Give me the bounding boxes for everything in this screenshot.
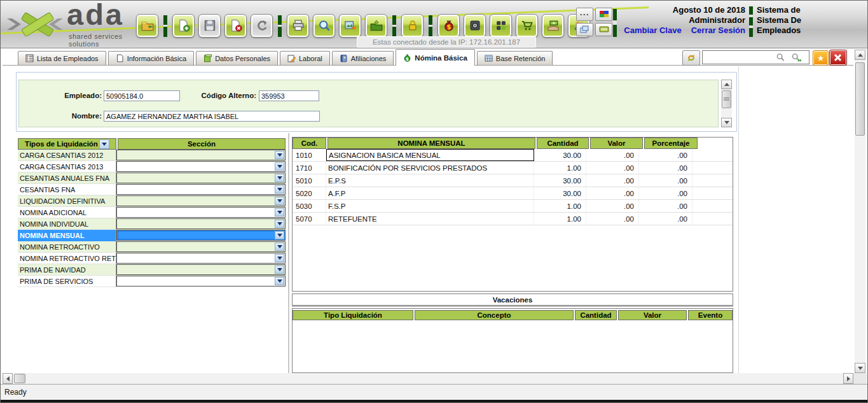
chevron-down-icon[interactable]: [275, 277, 284, 285]
seccion-combobox[interactable]: [116, 195, 286, 206]
concepto-header[interactable]: NOMINA MENSUAL: [327, 138, 535, 149]
concepto-cell[interactable]: ASIGNACION BASICA MENSUAL: [326, 149, 534, 161]
concepto-cell[interactable]: F.S.P: [326, 200, 534, 212]
chevron-down-icon[interactable]: [275, 265, 284, 274]
scrollbar-thumb[interactable]: [722, 90, 731, 108]
scrollbar-thumb[interactable]: [855, 62, 865, 136]
valor-header[interactable]: Valor: [590, 138, 643, 149]
delete-button[interactable]: [224, 14, 247, 38]
theme-button[interactable]: [595, 8, 612, 21]
liquidacion-row[interactable]: LIQUIDACION DEFINITIVA: [18, 195, 286, 207]
cod-cell[interactable]: 5010: [293, 174, 326, 187]
cod-cell[interactable]: 5020: [293, 187, 326, 199]
valor-cell[interactable]: .00: [586, 213, 639, 225]
liquidacion-row[interactable]: PRIMA DE NAVIDAD: [18, 264, 286, 276]
header-filter-button[interactable]: [99, 139, 109, 149]
chevron-down-icon[interactable]: [275, 197, 284, 205]
chevron-down-icon[interactable]: [275, 254, 284, 262]
liquidacion-row[interactable]: NOMINA MENSUAL: [18, 230, 286, 241]
liquidacion-row[interactable]: CARGA CESANTIAS 2013: [18, 161, 286, 173]
cantidad-cell[interactable]: 30.00: [534, 174, 586, 187]
porcentaje-cell[interactable]: .00: [639, 187, 692, 199]
cantidad-header[interactable]: Cantidad: [537, 138, 589, 149]
scroll-down-button[interactable]: [721, 118, 732, 127]
nomina-row[interactable]: 5010 E.P.S 30.00 .00 .00: [293, 174, 733, 187]
seccion-combobox[interactable]: [116, 150, 286, 160]
porcentaje-cell[interactable]: .00: [639, 162, 692, 174]
valor-cell[interactable]: .00: [586, 149, 639, 161]
tab-datos-personales[interactable]: Datos Personales: [196, 51, 278, 65]
windows-button[interactable]: [576, 23, 593, 36]
chevron-down-icon[interactable]: [275, 162, 284, 171]
scroll-up-button[interactable]: [855, 50, 865, 60]
concepto-cell[interactable]: BONIFICACIÓN POR SERVICIOS PRESTADOS: [326, 162, 534, 174]
seccion-combobox[interactable]: [116, 173, 286, 183]
tipo-liquidacion-cell[interactable]: PRIMA DE SERVICIOS: [18, 276, 116, 287]
refresh-button[interactable]: [682, 50, 700, 66]
porcentaje-cell[interactable]: .00: [639, 213, 692, 225]
tipo-liquidacion-cell[interactable]: NOMINA RETROACTIVO RETI: [18, 253, 116, 264]
cod-cell[interactable]: 5070: [293, 213, 326, 225]
chevron-down-icon[interactable]: [275, 208, 284, 216]
nomina-row[interactable]: 5030 F.S.P 1.00 .00 .00: [293, 200, 733, 213]
tipo-liquidacion-cell[interactable]: NOMINA MENSUAL: [18, 230, 116, 241]
chevron-down-icon[interactable]: [275, 174, 284, 182]
evento-header[interactable]: Evento: [688, 310, 733, 320]
concepto-cell[interactable]: RETEFUENTE: [326, 213, 534, 225]
chevron-down-icon[interactable]: [275, 231, 284, 239]
liquidacion-row[interactable]: NOMINA ADICIONAL: [18, 207, 286, 218]
porcentaje-cell[interactable]: .00: [639, 174, 692, 187]
seccion-combobox[interactable]: [116, 230, 286, 241]
seccion-combobox[interactable]: [116, 184, 286, 195]
tab-afiliaciones[interactable]: Afiliaciones: [332, 51, 394, 65]
chevron-down-icon[interactable]: [275, 151, 284, 159]
tab-lista-de-empleados[interactable]: Lista de Empleados: [18, 51, 106, 65]
chevron-down-icon[interactable]: [275, 243, 284, 251]
porcentaje-header[interactable]: Porcentaje: [644, 138, 698, 149]
tipo-liquidacion-cell[interactable]: NOMINA ADICIONAL: [18, 207, 116, 218]
scrollbar-thumb[interactable]: [14, 374, 25, 383]
tipo-liquidacion-cell[interactable]: PRIMA DE NAVIDAD: [18, 264, 116, 276]
search-input[interactable]: [704, 52, 783, 63]
cantidad-cell[interactable]: 1.00: [534, 213, 586, 225]
change-password-link[interactable]: Cambiar Clave: [624, 25, 681, 35]
seccion-combobox[interactable]: [116, 253, 286, 264]
tipo-liquidacion-header[interactable]: Tipo Liquidación: [293, 310, 413, 320]
main-vertical-scrollbar[interactable]: [855, 50, 865, 373]
seccion-combobox[interactable]: [116, 161, 286, 172]
nomina-row[interactable]: 5070 RETEFUENTE 1.00 .00 .00: [293, 213, 733, 225]
scroll-right-button[interactable]: [843, 373, 853, 384]
seccion-combobox[interactable]: [116, 207, 286, 218]
favorite-button[interactable]: ★: [813, 50, 829, 66]
cod-cell[interactable]: 1710: [293, 162, 326, 174]
nomina-row[interactable]: 1010 ASIGNACION BASICA MENSUAL 30.00 .00…: [293, 149, 733, 162]
cod-cell[interactable]: 1010: [293, 149, 326, 161]
valor-cell[interactable]: .00: [586, 174, 639, 187]
seccion-combobox[interactable]: [116, 218, 286, 229]
form-scrollbar[interactable]: [721, 80, 732, 127]
porcentaje-cell[interactable]: .00: [639, 200, 692, 212]
search-icon[interactable]: [776, 53, 786, 62]
chevron-down-icon[interactable]: [275, 185, 284, 194]
tipo-liquidacion-cell[interactable]: CARGA CESANTIAS 2013: [18, 161, 116, 173]
logout-link[interactable]: Cerrar Sesión: [691, 25, 745, 35]
cod-header[interactable]: Cod.: [293, 138, 326, 149]
concepto-cell[interactable]: E.P.S: [326, 174, 534, 187]
cantidad-cell[interactable]: 1.00: [534, 200, 586, 212]
new-button[interactable]: [172, 14, 195, 38]
print-button[interactable]: [287, 14, 309, 38]
valor-cell[interactable]: .00: [586, 187, 639, 199]
cod-cell[interactable]: 5030: [293, 200, 326, 212]
close-button[interactable]: [829, 50, 847, 66]
scroll-left-button[interactable]: [3, 373, 13, 384]
export-button[interactable]: [339, 14, 361, 38]
liquidacion-row[interactable]: NOMINA INDIVIDUAL: [18, 218, 286, 230]
cantidad-cell[interactable]: 30.00: [534, 149, 586, 161]
liquidacion-row[interactable]: CARGA CESANTIAS 2012: [18, 150, 286, 161]
open-button[interactable]: [136, 14, 158, 38]
import-button[interactable]: [365, 14, 387, 38]
liquidacion-row[interactable]: CESANTIAS FNA: [18, 184, 286, 195]
seccion-combobox[interactable]: [116, 264, 286, 275]
tipo-liquidacion-cell[interactable]: CARGA CESANTIAS 2012: [18, 150, 116, 161]
tipo-liquidacion-cell[interactable]: LIQUIDACION DEFINITIVA: [18, 195, 116, 207]
